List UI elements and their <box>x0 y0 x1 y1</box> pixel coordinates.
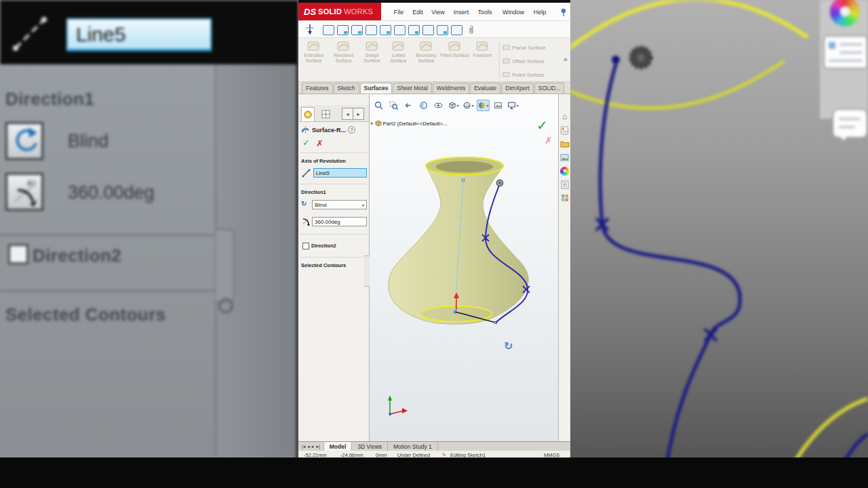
swept-surface-button[interactable]: Swept Surface <box>357 40 387 64</box>
feature-tree-flyout[interactable]: ▸ Part2 (Default<<Default>... <box>371 120 448 127</box>
centerline-endpoint[interactable] <box>462 179 464 181</box>
instant3d-axis-icon[interactable] <box>305 24 315 35</box>
tab-model[interactable]: Model <box>324 442 353 451</box>
pm-cancel-button[interactable]: ✗ <box>316 138 323 148</box>
view-orientation-icon[interactable]: ▾ <box>447 100 460 111</box>
nav-first-button[interactable]: |◂ <box>302 444 305 449</box>
tab-nav-buttons: |◂ ◂ ▸ ▸| <box>298 442 324 451</box>
filled-surface-button[interactable]: Filled Surface <box>440 40 469 58</box>
freeform-button[interactable]: Freeform <box>468 40 497 58</box>
nav-next-button[interactable]: ▸ <box>312 444 315 449</box>
viewport-layout-icon[interactable] <box>351 25 363 35</box>
menu-insert[interactable]: Insert <box>454 9 469 16</box>
viewport-layout-icon[interactable] <box>451 25 462 35</box>
resources-icon[interactable] <box>560 125 570 135</box>
revolved-surface-button[interactable]: Revolved Surface <box>329 40 358 64</box>
menu-help[interactable]: Help <box>534 9 547 16</box>
vase-rim-arc-magnified <box>570 0 808 64</box>
zoom-fit-icon[interactable] <box>372 100 385 111</box>
pm-tab-propertymanager[interactable] <box>301 107 315 121</box>
command-tab-bar: Features Sketch Surfaces Sheet Metal Wel… <box>298 82 570 94</box>
direction2-checkbox[interactable] <box>302 243 309 249</box>
end-condition-value: Blind <box>315 202 327 208</box>
home-icon[interactable]: ⌂ <box>560 112 570 121</box>
nav-prev-button[interactable]: ◂ <box>307 444 310 449</box>
sketch-line-icon <box>9 14 50 54</box>
pm-tab-configurations[interactable] <box>319 107 332 121</box>
menu-edit[interactable]: Edit <box>412 9 423 16</box>
confirm-corner-cancel[interactable]: ✗ <box>545 135 553 146</box>
display-style-icon[interactable]: ▾ <box>462 100 475 111</box>
help-icon[interactable]: ? <box>348 126 355 134</box>
vase-body[interactable] <box>389 166 528 324</box>
tab-features[interactable]: Features <box>302 83 333 94</box>
pm-next-button[interactable]: ▸ <box>353 108 364 120</box>
nav-last-button[interactable]: ▸| <box>316 444 319 449</box>
pm-ok-button[interactable]: ✓ <box>302 138 310 148</box>
viewport-layout-icon[interactable] <box>437 25 448 35</box>
tab-motion-study[interactable]: Motion Study 1 <box>388 442 438 451</box>
graphics-viewport[interactable]: ▾ ▾ ▾ ▾ ▸ Part2 (Def <box>370 94 558 442</box>
viewport-layout-icon[interactable] <box>366 25 377 35</box>
angle-icon <box>301 217 310 226</box>
tab-evaluate[interactable]: Evaluate <box>470 83 500 94</box>
video-frame: Line5 Direction1 Blind A1 360.00deg <box>0 0 868 488</box>
tab-sketch[interactable]: Sketch <box>334 83 359 94</box>
apply-scene-icon[interactable] <box>492 100 505 111</box>
tab-surfaces[interactable]: Surfaces <box>360 83 393 94</box>
selected-contours-header: Selected Contours <box>301 262 346 268</box>
tab-weldments[interactable]: Weldments <box>433 83 469 94</box>
end-condition-combo[interactable]: Blind ▾ <box>312 200 367 209</box>
planar-surface-button[interactable]: Planar Surface <box>502 41 546 54</box>
zoom-area-icon[interactable] <box>387 100 400 111</box>
tree-expand-icon[interactable]: ▸ <box>371 121 374 126</box>
menu-window[interactable]: Window <box>502 9 524 16</box>
viewport-layout-icon[interactable] <box>394 25 406 35</box>
custom-properties-icon[interactable] <box>560 180 570 189</box>
extruded-surface-button[interactable]: Extruded Surface <box>299 40 328 64</box>
appearances-wheel-icon[interactable] <box>560 166 570 176</box>
angle-field[interactable]: 360.00deg <box>312 217 367 226</box>
caret-down-icon: ▾ <box>486 103 488 108</box>
viewport-layout-icon[interactable] <box>408 25 420 35</box>
tab-solidworks-addins[interactable]: SOLID... <box>534 83 565 94</box>
hide-show-items-icon[interactable] <box>432 100 445 111</box>
previous-view-icon[interactable] <box>402 100 415 111</box>
viewport-layout-icon[interactable] <box>323 25 334 35</box>
direction2-label-magnified: Direction2 <box>33 245 121 266</box>
combo-caret-icon: ▾ <box>362 203 364 207</box>
viewport-layout-icon[interactable] <box>337 25 349 35</box>
ruled-surface-button[interactable]: Ruled Surface <box>502 68 545 81</box>
menu-tools[interactable]: Tools <box>477 9 492 16</box>
viewport-layout-icon[interactable] <box>380 25 391 35</box>
view-settings-icon[interactable]: ▾ <box>507 100 519 111</box>
relation-gear-center <box>637 54 644 61</box>
attachment-paperclip-icon[interactable] <box>467 24 475 35</box>
edit-appearance-icon[interactable]: ▾ <box>477 100 490 111</box>
pm-prev-button[interactable]: ◂ <box>342 108 353 120</box>
design-library-icon[interactable] <box>560 139 570 148</box>
lofted-surface-button[interactable]: Lofted Surface <box>384 40 413 64</box>
grab-tab-dot <box>218 298 233 313</box>
tab-sheet-metal[interactable]: Sheet Metal <box>393 83 431 94</box>
ribbon-overflow-chevron[interactable]: » <box>564 56 568 63</box>
viewport-layout-icon[interactable] <box>422 25 434 35</box>
bubble-line <box>839 126 855 128</box>
comment-bubble-icon-magnified <box>832 108 868 138</box>
caret-down-icon: ▾ <box>471 103 473 108</box>
tab-dimxpert[interactable]: DimXpert <box>501 83 533 94</box>
section-view-icon[interactable] <box>417 100 430 111</box>
menu-file[interactable]: File <box>394 9 404 16</box>
confirm-corner-ok[interactable]: ✓ <box>536 117 548 134</box>
ds-logo-mark: DS <box>304 7 316 17</box>
boundary-surface-button[interactable]: Boundary Surface <box>412 40 441 64</box>
property-manager: ◂ ▸ Surface-R... ? ✓ ✗ Axis of Revolutio… <box>298 94 370 442</box>
file-explorer-icon[interactable] <box>560 152 570 162</box>
axis-selection-field[interactable]: Line5 <box>313 168 367 178</box>
pin-icon[interactable] <box>560 8 567 17</box>
pack-and-go-icon[interactable] <box>560 193 570 203</box>
offset-surface-button[interactable]: Offset Surface <box>502 54 545 68</box>
tab-3d-views[interactable]: 3D Views <box>352 442 388 451</box>
direction2-checkbox-magnified <box>8 244 28 264</box>
menu-view[interactable]: View <box>431 9 444 16</box>
